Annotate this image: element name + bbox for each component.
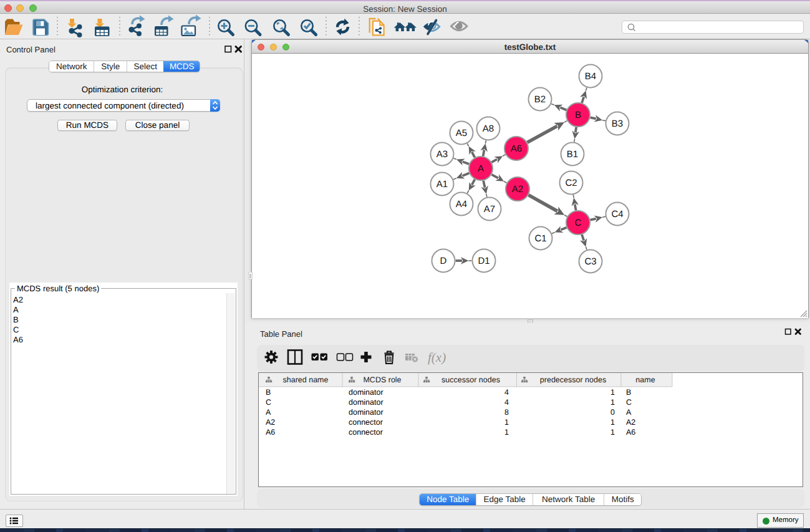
svg-text:dominator: dominator (349, 388, 383, 397)
svg-text:A8: A8 (483, 123, 494, 134)
svg-text:C4: C4 (611, 209, 623, 220)
svg-text:C2: C2 (565, 178, 577, 188)
svg-text:B4: B4 (585, 71, 596, 82)
svg-text:C1: C1 (534, 233, 546, 244)
svg-text:C: C (575, 218, 582, 228)
svg-text:B3: B3 (612, 118, 623, 129)
svg-text:1: 1 (610, 388, 615, 397)
svg-text:dominator: dominator (349, 408, 383, 417)
svg-text:A6: A6 (266, 428, 275, 437)
svg-text:A: A (266, 408, 271, 417)
svg-text:0: 0 (610, 408, 615, 417)
svg-text:1: 1 (610, 418, 615, 427)
svg-text:predecessor nodes: predecessor nodes (540, 375, 606, 384)
svg-text:B2: B2 (534, 94, 546, 105)
svg-text:1: 1 (610, 398, 615, 407)
svg-text:D1: D1 (478, 256, 489, 266)
svg-text:shared name: shared name (283, 375, 329, 384)
svg-text:f(x): f(x) (428, 350, 446, 365)
svg-text:4: 4 (504, 388, 509, 397)
svg-text:A: A (478, 163, 484, 174)
svg-text:B: B (266, 388, 271, 397)
svg-text:1: 1 (504, 428, 509, 437)
svg-text:B1: B1 (567, 149, 578, 160)
svg-text:A: A (626, 408, 632, 417)
svg-text:A6: A6 (511, 143, 522, 154)
svg-text:A4: A4 (456, 199, 467, 210)
svg-text:8: 8 (504, 408, 509, 417)
svg-text:A5: A5 (456, 128, 467, 138)
svg-text:A6: A6 (626, 428, 635, 437)
svg-text:C: C (266, 398, 271, 407)
svg-text:C3: C3 (584, 256, 596, 267)
svg-text:successor nodes: successor nodes (441, 375, 500, 384)
svg-text:A2: A2 (266, 418, 275, 427)
svg-text:B: B (575, 110, 581, 120)
svg-text:connector: connector (349, 428, 383, 437)
svg-text:C: C (626, 398, 632, 407)
svg-text:A1: A1 (436, 179, 448, 190)
svg-text:1: 1 (610, 428, 615, 437)
svg-text:D: D (440, 256, 447, 266)
svg-text:name: name (635, 375, 655, 384)
svg-text:A3: A3 (436, 149, 448, 160)
svg-text:A7: A7 (484, 204, 495, 215)
svg-text:B: B (626, 388, 631, 397)
svg-text:dominator: dominator (349, 398, 383, 407)
svg-text:A2: A2 (512, 184, 523, 195)
svg-text:A2: A2 (626, 418, 635, 427)
svg-text:1: 1 (504, 418, 509, 427)
svg-text:4: 4 (504, 398, 509, 407)
svg-text:MCDS role: MCDS role (363, 375, 401, 384)
svg-text:connector: connector (349, 418, 383, 427)
